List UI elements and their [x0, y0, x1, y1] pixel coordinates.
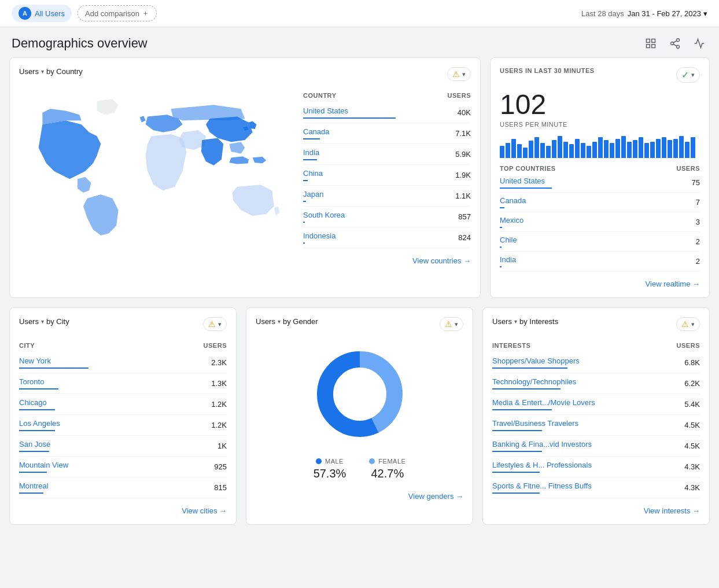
table-row: Japan 1.1K [303, 186, 471, 207]
city-users-dropdown-icon[interactable]: ▾ [41, 318, 44, 325]
mini-bar [540, 143, 545, 158]
mini-bar [627, 142, 632, 159]
interest-name-cell[interactable]: Technology/Technophiles [492, 377, 576, 389]
mini-bar [523, 148, 528, 158]
city-users-col-header: USERS [204, 342, 227, 349]
table-row: India 5.9K [303, 144, 471, 165]
view-genders-link[interactable]: View genders → [256, 492, 463, 501]
realtime-users-header: USERS [677, 165, 700, 172]
realtime-country-name[interactable]: Mexico [500, 216, 523, 228]
gender-warning-badge[interactable]: ⚠ ▾ [440, 317, 463, 331]
realtime-country-count: 3 [696, 218, 700, 226]
chevron-down-icon: ▾ [462, 71, 466, 78]
realtime-country-name[interactable]: Canada [500, 196, 526, 208]
city-name-cell[interactable]: Chicago [19, 398, 55, 410]
interest-name-cell[interactable]: Banking & Fina...vid Investors [492, 440, 592, 452]
interest-name-cell[interactable]: Sports & Fitne... Fitness Buffs [492, 482, 592, 494]
insights-icon[interactable] [691, 35, 707, 52]
chevron-down-icon: ▾ [218, 321, 222, 328]
city-warning-badge[interactable]: ⚠ ▾ [203, 317, 227, 331]
mini-bar [656, 139, 661, 158]
city-name-cell[interactable]: Montreal [19, 482, 49, 494]
realtime-status-badge[interactable]: ✓ ▾ [676, 67, 700, 83]
check-circle-icon: ✓ [681, 69, 689, 80]
country-card-header: Users ▾ by Country ⚠ ▾ [19, 67, 471, 84]
country-name-cell[interactable]: Indonesia [303, 231, 335, 244]
city-value-cell: 1.2K [211, 421, 227, 429]
mini-bar [529, 141, 533, 158]
city-value-cell: 1.3K [211, 379, 227, 388]
country-card: Users ▾ by Country ⚠ ▾ [9, 57, 481, 298]
mini-bar [581, 143, 585, 158]
table-row: South Korea 857 [303, 207, 471, 227]
interest-value-cell: 6.2K [684, 379, 700, 388]
country-name-cell[interactable]: India [303, 148, 319, 160]
realtime-country-row: United States 75 [500, 173, 700, 193]
users-dropdown-icon[interactable]: ▾ [41, 68, 44, 75]
realtime-per-minute-label: USERS PER MINUTE [500, 121, 700, 128]
add-icon: ＋ [142, 8, 149, 19]
country-name-cell[interactable]: Japan [303, 190, 323, 202]
mini-bar [575, 139, 580, 158]
country-name-cell[interactable]: South Korea [303, 211, 345, 223]
realtime-country-name[interactable]: India [500, 255, 516, 267]
view-interests-link[interactable]: View interests → [492, 506, 700, 515]
interest-name-cell[interactable]: Travel/Business Travelers [492, 419, 578, 431]
add-comparison-button[interactable]: Add comparison ＋ [78, 5, 157, 21]
country-name-cell[interactable]: Canada [303, 127, 330, 139]
date-range[interactable]: Jan 31 - Feb 27, 2023 ▾ [628, 9, 707, 18]
country-value-cell: 1.9K [455, 171, 471, 179]
city-card-title: Users ▾ by City [19, 317, 69, 326]
city-name-cell[interactable]: New York [19, 357, 89, 369]
warning-triangle-icon: ⚠ [681, 319, 689, 329]
realtime-country-name[interactable]: United States [500, 177, 552, 189]
interest-row: Media & Entert.../Movie Lovers 5.4K [492, 394, 700, 415]
interest-value-cell: 6.8K [684, 358, 700, 367]
city-value-cell: 2.3K [211, 358, 227, 367]
view-countries-link[interactable]: View countries → [303, 256, 471, 265]
city-value-cell: 815 [214, 483, 227, 492]
mini-bar [592, 142, 597, 159]
country-warning-badge[interactable]: ⚠ ▾ [447, 67, 471, 81]
country-name-cell[interactable]: China [303, 169, 323, 181]
interests-warning-badge[interactable]: ⚠ ▾ [676, 317, 700, 331]
top-bar-left: A All Users Add comparison ＋ [12, 5, 157, 22]
city-rows: New York 2.3K Toronto 1.3K Chicago 1.2K … [19, 352, 227, 498]
interests-users-dropdown-icon[interactable]: ▾ [514, 318, 517, 325]
table-row: San Jose 1K [19, 436, 227, 457]
warning-triangle-icon: ⚠ [445, 319, 452, 329]
realtime-country-row: Canada 7 [500, 193, 700, 212]
gender-users-dropdown-icon[interactable]: ▾ [278, 318, 281, 325]
mini-bar [558, 136, 562, 158]
view-cities-link[interactable]: View cities → [19, 506, 227, 515]
share-icon[interactable] [667, 35, 683, 52]
city-name-cell[interactable]: Toronto [19, 377, 58, 389]
mini-bar [691, 137, 695, 158]
user-badge[interactable]: A All Users [12, 5, 72, 22]
realtime-country-count: 2 [696, 257, 700, 266]
realtime-country-name[interactable]: Chile [500, 236, 517, 248]
view-realtime-link[interactable]: View realtime → [500, 280, 700, 288]
male-pct: 57.3% [314, 467, 346, 480]
city-name-cell[interactable]: Mountain View [19, 461, 68, 473]
customize-report-icon[interactable] [643, 35, 659, 52]
interest-name-cell[interactable]: Media & Entert.../Movie Lovers [492, 398, 595, 410]
country-name-cell[interactable]: United States [303, 106, 396, 119]
chevron-down-icon: ▾ [703, 9, 707, 18]
interest-value-cell: 4.3K [684, 462, 700, 471]
interests-table-header: INTERESTS USERS [492, 342, 700, 352]
mini-bar [644, 143, 649, 158]
interest-name-cell[interactable]: Shoppers/Value Shoppers [492, 357, 580, 369]
svg-point-4 [677, 39, 680, 42]
mini-bar [569, 144, 574, 158]
interests-col-header: INTERESTS [492, 342, 530, 349]
interest-value-cell: 4.5K [684, 442, 700, 450]
city-card-header: Users ▾ by City ⚠ ▾ [19, 317, 227, 334]
table-row: Los Angeles 1.2K [19, 415, 227, 436]
mini-bar [598, 137, 603, 158]
city-name-cell[interactable]: Los Angeles [19, 419, 60, 431]
city-name-cell[interactable]: San Jose [19, 440, 50, 452]
mini-bar [679, 136, 684, 158]
interest-rows: Shoppers/Value Shoppers 6.8K Technology/… [492, 352, 700, 498]
interest-name-cell[interactable]: Lifestyles & H... Professionals [492, 461, 592, 473]
